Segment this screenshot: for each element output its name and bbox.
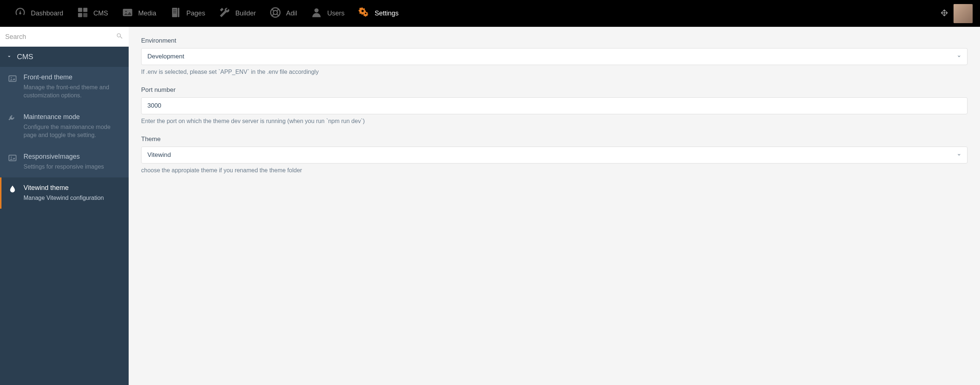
environment-select[interactable]: Development [141,48,967,65]
chevron-down-icon [957,151,961,159]
environment-help: If .env is selected, please set `APP_ENV… [141,69,967,75]
sidebar-group-label: CMS [17,52,33,61]
search-icon [115,32,124,41]
nav-pages[interactable]: Pages [163,0,212,27]
nav-users[interactable]: Users [304,0,351,27]
user-icon [310,6,323,21]
sidebar-item-desc: Manage the front-end theme and customiza… [24,83,123,100]
svg-point-19 [11,157,12,158]
media-icon [121,6,134,21]
sidebar-item-desc: Configure the maintenance mode page and … [24,123,123,139]
svg-rect-9 [173,11,177,12]
svg-rect-8 [173,10,177,10]
search-bar [0,27,129,47]
cms-icon [76,6,89,21]
pages-icon [169,6,182,21]
sidebar-item-title: Front-end theme [24,73,123,81]
svg-point-17 [11,77,12,78]
nav-label: Media [138,10,156,17]
lifebuoy-icon [269,6,282,21]
svg-rect-16 [9,76,16,81]
field-port: Port number Enter the port on which the … [141,86,967,125]
nav-label: CMS [93,10,108,17]
svg-point-5 [125,11,127,12]
sidebar-item-title: ResponsiveImages [24,153,123,160]
sidebar-item-maintenance[interactable]: Maintenance mode Configure the maintenan… [0,106,129,146]
sidebar-item-vitewind[interactable]: Vitewind theme Manage Vitewind configura… [0,177,129,209]
sidebar-group-cms[interactable]: CMS [0,47,129,67]
gears-icon [358,6,370,21]
environment-label: Environment [141,37,967,44]
port-label: Port number [141,86,967,93]
content: Environment Development If .env is selec… [129,27,980,385]
top-nav: Dashboard CMS Media Pages Builder Adil [0,0,980,27]
svg-rect-18 [9,155,16,160]
svg-rect-0 [78,8,82,12]
move-icon[interactable] [935,9,953,18]
sidebar-item-desc: Settings for responsive images [24,163,123,171]
svg-point-15 [365,13,366,14]
nav-builder[interactable]: Builder [212,0,262,27]
sidebar-item-title: Maintenance mode [24,113,123,121]
port-help: Enter the port on which the theme dev se… [141,118,967,125]
chevron-down-icon [957,53,961,60]
plug-icon [7,113,18,124]
svg-rect-10 [173,13,177,13]
sidebar-item-desc: Manage Vitewind configuration [24,194,123,202]
drop-icon [7,184,18,194]
svg-point-12 [274,10,278,14]
avatar[interactable] [953,4,973,23]
svg-rect-1 [83,8,87,12]
environment-value: Development [147,53,184,60]
port-input[interactable] [147,102,961,109]
field-theme: Theme Vitewind choose the appropiate the… [141,136,967,174]
nav-media[interactable]: Media [115,0,163,27]
theme-value: Vitewind [147,151,171,159]
theme-help: choose the appropiate theme if you renam… [141,167,967,174]
theme-select[interactable]: Vitewind [141,147,967,163]
sidebar: CMS Front-end theme Manage the front-end… [0,27,129,385]
gauge-icon [14,6,27,21]
nav-label: Adil [286,10,297,17]
field-environment: Environment Development If .env is selec… [141,37,967,75]
sidebar-item-title: Vitewind theme [24,184,123,192]
nav-label: Settings [375,10,398,17]
nav-settings[interactable]: Settings [351,0,405,27]
nav-adil[interactable]: Adil [262,0,304,27]
chevron-down-icon [6,52,12,61]
nav-cms[interactable]: CMS [70,0,115,27]
search-input[interactable] [5,33,115,41]
image-icon [7,153,18,163]
image-icon [7,73,18,84]
nav-label: Pages [186,10,205,17]
theme-label: Theme [141,136,967,143]
port-input-wrapper [141,97,967,114]
nav-label: Builder [235,10,256,17]
svg-rect-7 [178,8,180,17]
sidebar-item-responsive-images[interactable]: ResponsiveImages Settings for responsive… [0,146,129,177]
nav-label: Users [327,10,344,17]
svg-rect-3 [83,13,87,17]
wrench-icon [218,6,231,21]
nav-label: Dashboard [31,10,63,17]
svg-point-13 [315,8,319,13]
sidebar-item-frontend-theme[interactable]: Front-end theme Manage the front-end the… [0,67,129,106]
svg-rect-2 [78,13,82,17]
nav-dashboard[interactable]: Dashboard [7,0,70,27]
svg-point-14 [362,10,364,12]
